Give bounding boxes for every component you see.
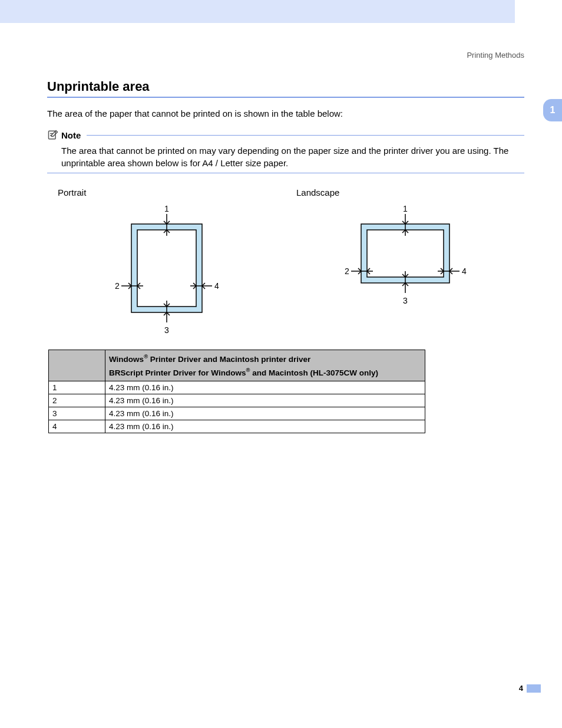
note-icon xyxy=(47,129,59,141)
unprintable-area-table: Windows® Printer Driver and Macintosh pr… xyxy=(48,350,425,433)
marker-bottom: 3 xyxy=(164,325,169,335)
marker-left: 2 xyxy=(345,266,349,276)
diagram-landscape-title: Landscape xyxy=(286,187,524,197)
svg-rect-10 xyxy=(367,230,444,277)
table-row: 2 4.23 mm (0.16 in.) xyxy=(49,394,425,407)
table-row: 1 4.23 mm (0.16 in.) xyxy=(49,381,425,394)
note-rule xyxy=(87,135,524,136)
note-body: The area that cannot be printed on may v… xyxy=(47,144,524,169)
marker-right: 4 xyxy=(462,266,467,276)
page-content: Unprintable area The area of the paper t… xyxy=(47,79,524,433)
portrait-diagram-svg: 1 3 2 4 xyxy=(102,203,232,339)
table-header-cell: Windows® Printer Driver and Macintosh pr… xyxy=(105,350,425,381)
landscape-diagram-svg: 1 3 2 4 xyxy=(329,203,482,321)
diagram-portrait: Portrait 1 3 xyxy=(47,187,286,339)
note-block: Note The area that cannot be printed on … xyxy=(47,129,524,173)
header-chapter-label: Printing Methods xyxy=(467,51,524,60)
chapter-tab: 1 xyxy=(543,99,562,121)
top-bar xyxy=(0,0,515,23)
marker-top: 1 xyxy=(403,204,408,213)
note-close-rule xyxy=(47,173,524,173)
marker-top: 1 xyxy=(164,204,169,213)
diagram-portrait-title: Portrait xyxy=(47,187,286,197)
page-number: 4 xyxy=(519,684,523,693)
table-row: 3 4.23 mm (0.16 in.) xyxy=(49,407,425,420)
marker-right: 4 xyxy=(214,281,219,291)
section-title: Unprintable area xyxy=(47,79,524,94)
table-row: 4 4.23 mm (0.16 in.) xyxy=(49,420,425,433)
title-rule xyxy=(47,97,524,98)
diagram-landscape: Landscape 1 3 xyxy=(286,187,524,339)
footer-bar xyxy=(527,684,541,693)
diagrams-row: Portrait 1 3 xyxy=(47,187,524,339)
marker-bottom: 3 xyxy=(403,296,408,305)
note-label: Note xyxy=(61,130,81,140)
svg-rect-4 xyxy=(137,230,196,307)
section-intro: The area of the paper that cannot be pri… xyxy=(47,108,524,118)
marker-left: 2 xyxy=(115,281,120,291)
